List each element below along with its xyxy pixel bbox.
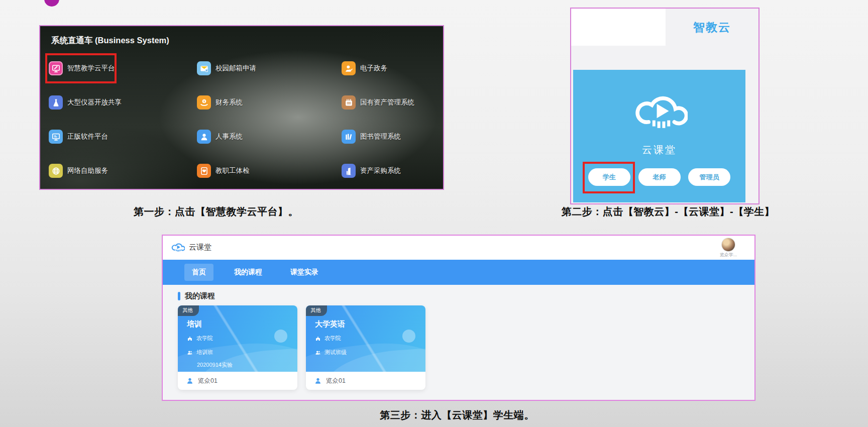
health-icon xyxy=(197,164,211,178)
cloud-card-title: 云课堂 xyxy=(573,143,745,157)
app-item-library-mgmt[interactable]: 图书管理系统 xyxy=(342,130,440,144)
class-group-icon xyxy=(187,350,193,356)
course-title: 大学英语 xyxy=(315,319,345,329)
circle-decoration xyxy=(274,330,287,343)
course-badge: 其他 xyxy=(306,305,327,316)
app-label: 国有资产管理系统 xyxy=(360,98,414,107)
app-label: 智慧教学云平台 xyxy=(67,64,115,73)
app-item-hr-system[interactable]: 人事系统 xyxy=(197,130,342,144)
course-card-list: 其他 培训 农学院 培训班 20200914实验 览众01 其他 大学英语 xyxy=(178,305,425,390)
app-item-state-asset-mgmt[interactable]: 国有资产管理系统 xyxy=(342,95,440,110)
cloud-play-logo-icon xyxy=(171,241,185,254)
app-label: 网络自助服务 xyxy=(67,166,108,175)
student-person-icon xyxy=(314,377,322,385)
course-badge: 其他 xyxy=(178,305,199,316)
app-item-genuine-software[interactable]: 正版软件平台 xyxy=(49,130,197,144)
caption-step2: 第二步：点击【智教云】-【云课堂】-【学生】 xyxy=(522,205,814,219)
role-buttons: 学生 老师 管理员 xyxy=(588,168,730,186)
classroom-logo-text: 云课堂 xyxy=(189,243,211,252)
course-card-training[interactable]: 其他 培训 农学院 培训班 20200914实验 览众01 xyxy=(178,305,297,390)
course-title: 培训 xyxy=(187,319,202,329)
app-item-smart-teaching-cloud[interactable]: 智慧教学云平台 xyxy=(49,61,197,75)
classroom-nav: 首页 我的课程 课堂实录 xyxy=(163,260,754,285)
user-name: 览众学... xyxy=(714,252,742,258)
person-check-icon xyxy=(342,61,356,75)
classroom-header: 云课堂 览众学... xyxy=(163,236,754,260)
app-item-network-selfservice[interactable]: 网络自助服务 xyxy=(49,164,197,178)
business-panel-title: 系统直通车 (Business System) xyxy=(51,35,169,46)
section-title: 我的课程 xyxy=(185,291,215,301)
app-item-asset-procurement[interactable]: 资产采购系统 xyxy=(342,164,440,178)
zhijiaoyun-panel: 智教云 云课堂 学生 老师 管理员 xyxy=(570,8,759,204)
student-person-icon xyxy=(186,377,194,385)
college-icon xyxy=(187,336,193,342)
step-bullet-decoration xyxy=(44,0,59,7)
course-note: 20200914实验 xyxy=(197,361,233,369)
person-icon xyxy=(197,130,211,144)
class-group-icon xyxy=(315,350,321,356)
business-system-panel: 系统直通车 (Business System) 智慧教学云平台 校园邮箱申请 电… xyxy=(39,25,444,190)
app-grid: 智慧教学云平台 校园邮箱申请 电子政务 大型仪器开放共享 财务系统 xyxy=(49,51,440,189)
app-label: 财务系统 xyxy=(215,98,243,107)
app-label: 图书管理系统 xyxy=(360,132,401,141)
course-card-college-english[interactable]: 其他 大学英语 农学院 测试班级 览众01 xyxy=(306,305,425,390)
cloud-classroom-panel: 云课堂 览众学... 首页 我的课程 课堂实录 我的课程 其他 培训 农学院 xyxy=(162,235,755,401)
tab-zhijiaoyun[interactable]: 智教云 xyxy=(666,9,758,46)
cloud-play-icon xyxy=(631,87,688,135)
course-member: 览众01 xyxy=(326,377,346,385)
app-label: 正版软件平台 xyxy=(67,132,108,141)
college-icon xyxy=(315,336,321,342)
course-member: 览众01 xyxy=(198,377,218,385)
course-college: 农学院 xyxy=(196,335,213,342)
flask-icon xyxy=(49,95,63,110)
app-item-e-government[interactable]: 电子政务 xyxy=(342,61,440,75)
caption-step3: 第三步：进入【云课堂】学生端。 xyxy=(306,408,608,422)
user-menu[interactable]: 览众学... xyxy=(714,237,742,258)
app-label: 教职工体检 xyxy=(215,166,250,175)
admin-button[interactable]: 管理员 xyxy=(688,168,730,186)
course-class: 测试班级 xyxy=(324,349,347,356)
app-item-instrument-sharing[interactable]: 大型仪器开放共享 xyxy=(49,95,197,110)
section-header: 我的课程 xyxy=(178,291,215,301)
globe-icon xyxy=(49,164,63,178)
calendar-icon xyxy=(342,95,356,110)
student-button[interactable]: 学生 xyxy=(588,168,630,186)
course-college: 农学院 xyxy=(324,335,341,342)
app-item-staff-physical-exam[interactable]: 教职工体检 xyxy=(197,164,342,178)
course-footer: 览众01 xyxy=(178,372,297,390)
nav-item-my-courses[interactable]: 我的课程 xyxy=(227,264,270,281)
avatar[interactable] xyxy=(722,238,735,251)
nav-item-class-records[interactable]: 课堂实录 xyxy=(283,264,326,281)
cloud-classroom-card[interactable]: 云课堂 学生 老师 管理员 xyxy=(573,70,745,202)
classroom-logo[interactable]: 云课堂 xyxy=(171,241,211,254)
classroom-body: 我的课程 其他 培训 农学院 培训班 20200914实验 览众01 xyxy=(163,285,754,400)
tab-blank[interactable] xyxy=(571,9,666,46)
course-cover: 其他 培训 农学院 培训班 20200914实验 xyxy=(178,305,297,372)
teacher-button[interactable]: 老师 xyxy=(638,168,681,186)
building-icon xyxy=(342,164,356,178)
course-footer: 览众01 xyxy=(306,372,425,390)
app-label: 资产采购系统 xyxy=(360,166,401,175)
app-item-finance-system[interactable]: 财务系统 xyxy=(197,95,342,110)
app-label: 人事系统 xyxy=(215,132,243,141)
nav-item-home[interactable]: 首页 xyxy=(184,264,213,281)
books-icon xyxy=(342,130,356,144)
circle-decoration xyxy=(402,330,415,343)
mail-icon xyxy=(197,61,211,75)
course-cover: 其他 大学英语 农学院 测试班级 xyxy=(306,305,425,372)
app-label: 大型仪器开放共享 xyxy=(67,98,122,107)
section-bar-decoration xyxy=(178,292,180,300)
course-class: 培训班 xyxy=(196,349,213,356)
coin-hand-icon xyxy=(197,95,211,110)
app-label: 校园邮箱申请 xyxy=(215,64,256,73)
app-item-campus-mail[interactable]: 校园邮箱申请 xyxy=(197,61,342,75)
monitor-pen-icon xyxy=(49,61,63,75)
tab-zhijiaoyun-label: 智教云 xyxy=(693,20,731,35)
software-monitor-icon xyxy=(49,130,63,144)
app-label: 电子政务 xyxy=(360,64,387,73)
caption-step1: 第一步：点击【智慧教学云平台】。 xyxy=(65,205,367,219)
